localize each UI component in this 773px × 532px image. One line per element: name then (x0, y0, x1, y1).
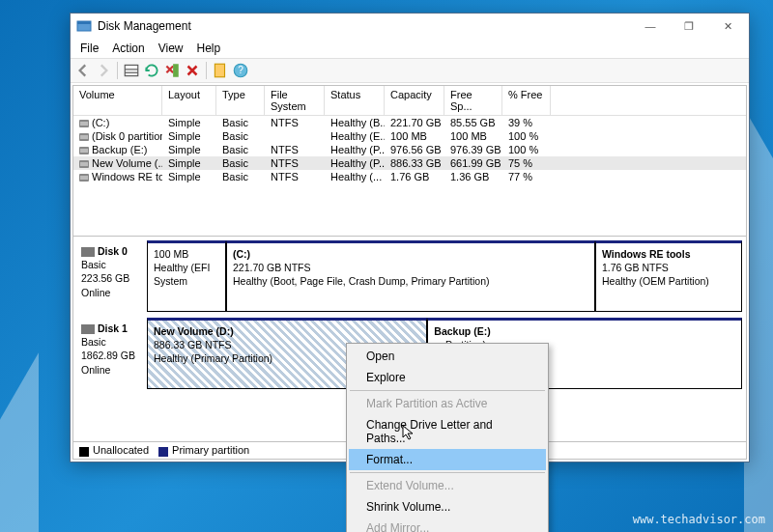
window-title: Disk Management (98, 19, 631, 33)
svg-rect-1 (77, 21, 91, 24)
menu-help[interactable]: Help (191, 40, 227, 57)
col-freespace[interactable]: Free Sp... (444, 86, 502, 115)
col-status[interactable]: Status (325, 86, 385, 115)
volume-row[interactable]: Backup (E:) SimpleBasicNTFS Healthy (P..… (73, 143, 746, 156)
svg-rect-6 (215, 64, 224, 77)
ctx-separator (350, 390, 545, 391)
maximize-button[interactable]: ❐ (670, 14, 708, 39)
ctx-mark-active: Mark Partition as Active (349, 393, 546, 414)
legend-swatch-primary (158, 447, 168, 457)
menu-action[interactable]: Action (106, 40, 150, 57)
minimize-button[interactable]: — (631, 14, 670, 39)
partition-c[interactable]: (C:) 221.70 GB NTFSHealthy (Boot, Page F… (226, 240, 595, 312)
titlebar[interactable]: Disk Management — ❐ ✕ (71, 14, 749, 39)
toolbar-separator (117, 62, 118, 79)
svg-rect-2 (125, 65, 138, 75)
action-icon[interactable] (163, 62, 181, 79)
back-icon[interactable] (74, 62, 92, 79)
watermark-text: www.techadvisor.com (633, 513, 765, 526)
svg-text:?: ? (238, 65, 243, 75)
partition-efi[interactable]: 100 MBHealthy (EFI System (147, 240, 226, 312)
ctx-mirror: Add Mirror... (349, 518, 546, 532)
delete-icon[interactable] (184, 62, 201, 79)
legend-label: Primary partition (172, 444, 249, 456)
disk-icon (81, 324, 95, 334)
forward-icon[interactable] (95, 62, 112, 79)
menu-view[interactable]: View (153, 40, 189, 57)
drive-icon (79, 174, 89, 182)
legend-swatch-unallocated (79, 447, 89, 457)
close-button[interactable]: ✕ (708, 14, 747, 39)
volume-row[interactable]: (Disk 0 partition 1) SimpleBasic Healthy… (73, 129, 746, 143)
ctx-separator (350, 472, 545, 473)
svg-rect-5 (173, 64, 179, 77)
col-filesystem[interactable]: File System (265, 86, 325, 115)
ctx-explore[interactable]: Explore (349, 367, 546, 388)
disk-label[interactable]: Disk 0 Basic223.56 GBOnline (77, 240, 147, 312)
refresh-icon[interactable] (143, 62, 160, 79)
toolbar: ? (71, 58, 749, 83)
legend-label: Unallocated (93, 444, 149, 456)
column-headers[interactable]: Volume Layout Type File System Status Ca… (73, 86, 746, 116)
properties-icon[interactable] (212, 62, 229, 79)
disk-label[interactable]: Disk 1 Basic1862.89 GBOnline (77, 318, 147, 389)
volume-list[interactable]: Volume Layout Type File System Status Ca… (73, 86, 746, 237)
help-icon[interactable]: ? (232, 62, 249, 79)
menubar: File Action View Help (71, 39, 749, 58)
drive-icon (79, 120, 89, 127)
partition-retools[interactable]: Windows RE tools 1.76 GB NTFSHealthy (OE… (595, 240, 742, 312)
col-pctfree[interactable]: % Free (502, 86, 551, 115)
drive-icon (79, 147, 89, 154)
col-capacity[interactable]: Capacity (385, 86, 444, 115)
app-icon (76, 18, 92, 34)
disk-icon (81, 247, 95, 257)
disk-row-0: Disk 0 Basic223.56 GBOnline 100 MBHealth… (77, 240, 742, 312)
col-layout[interactable]: Layout (162, 86, 216, 115)
drive-icon (79, 160, 89, 168)
menu-file[interactable]: File (74, 40, 104, 57)
ctx-open[interactable]: Open (349, 346, 546, 367)
volume-row[interactable]: Windows RE tools SimpleBasicNTFS Healthy… (73, 170, 746, 183)
drive-icon (79, 133, 89, 141)
context-menu: Open Explore Mark Partition as Active Ch… (346, 343, 549, 532)
ctx-format[interactable]: Format... (349, 449, 546, 470)
toolbar-separator (206, 62, 207, 79)
volume-row[interactable]: (C:) SimpleBasicNTFS Healthy (B...221.70… (73, 116, 746, 129)
table-view-icon[interactable] (123, 62, 140, 79)
volume-row[interactable]: New Volume (... SimpleBasicNTFS Healthy … (73, 156, 746, 170)
col-type[interactable]: Type (216, 86, 265, 115)
ctx-extend: Extend Volume... (349, 475, 546, 496)
ctx-change-letter[interactable]: Change Drive Letter and Paths... (349, 414, 546, 449)
col-volume[interactable]: Volume (73, 86, 162, 115)
ctx-shrink[interactable]: Shrink Volume... (349, 496, 546, 518)
